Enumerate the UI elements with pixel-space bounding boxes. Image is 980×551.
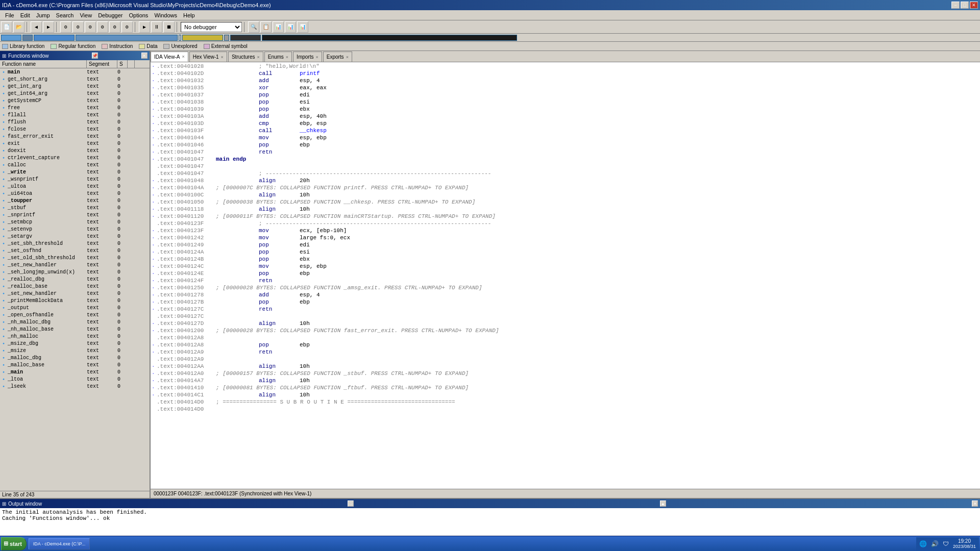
- tb-btn10[interactable]: 🔍: [248, 21, 259, 33]
- ida-line[interactable]: ·.text:00401046popebp: [151, 142, 980, 149]
- menu-item-jump[interactable]: Jump: [33, 11, 53, 19]
- ida-line[interactable]: ·.text:0040124Bpopebx: [151, 256, 980, 263]
- function-row[interactable]: 🔹_printMemBlockDatatext0: [0, 297, 150, 304]
- tab-hexview1[interactable]: Hex View-1×: [189, 52, 227, 62]
- function-row[interactable]: 🔹_snprintftext0: [0, 211, 150, 218]
- function-row[interactable]: 🔹maintext0: [0, 68, 150, 76]
- ida-line[interactable]: ·.text:00401032addesp, 4: [151, 78, 980, 85]
- function-row[interactable]: 🔹_touppertext0: [0, 197, 150, 204]
- menu-item-windows[interactable]: Windows: [151, 11, 180, 19]
- ida-line[interactable]: ·.text:0040127Bpopebp: [151, 299, 980, 306]
- ida-line[interactable]: .text:004012A9: [151, 356, 980, 363]
- tb-btn12[interactable]: 📊: [273, 21, 284, 33]
- seg4[interactable]: [76, 35, 178, 41]
- ida-line[interactable]: ·.text:0040123Fmovecx, [ebp-10h]: [151, 228, 980, 235]
- forward-button[interactable]: ▶: [43, 21, 54, 33]
- function-row[interactable]: 🔹_ltoatext0: [0, 375, 150, 383]
- tab-enums[interactable]: Enums×: [264, 52, 292, 62]
- tb-btn14[interactable]: 📊: [297, 21, 308, 33]
- ida-line[interactable]: ·.text:00401039popebx: [151, 106, 980, 113]
- tb-btn4[interactable]: ⚙: [97, 21, 108, 33]
- new-button[interactable]: 📄: [1, 21, 12, 33]
- tb-btn1[interactable]: ⚙: [60, 21, 71, 33]
- ida-line[interactable]: .text:0040127C: [151, 313, 980, 320]
- function-row[interactable]: 🔹_ultoatext0: [0, 183, 150, 190]
- ida-line[interactable]: ·.text:0040104A; [0000007C BYTES: COLLAP…: [151, 185, 980, 192]
- function-row[interactable]: 🔹_nh_malloc_dbgtext0: [0, 318, 150, 325]
- back-button[interactable]: ◀: [31, 21, 42, 33]
- minimize-button[interactable]: −: [951, 2, 960, 9]
- ida-line[interactable]: .text:00401047: [151, 163, 980, 170]
- function-row[interactable]: 🔹_setmbcptext0: [0, 218, 150, 226]
- function-row[interactable]: 🔹get_int_argtext0: [0, 83, 150, 90]
- open-button[interactable]: 📂: [13, 21, 24, 33]
- seg7[interactable]: [224, 35, 229, 41]
- ida-line[interactable]: ·.text:00401278addesp, 4: [151, 292, 980, 299]
- ida-line[interactable]: ·.text:004012AAalign10h: [151, 363, 980, 370]
- function-row[interactable]: 🔹fclosetext0: [0, 126, 150, 133]
- function-row[interactable]: 🔹get_int64_argtext0: [0, 90, 150, 97]
- ida-line[interactable]: ·.text:00401120; [0000011F BYTES: COLLAP…: [151, 213, 980, 220]
- output-max-btn[interactable]: ▲: [660, 500, 666, 507]
- function-row[interactable]: 🔹_set_osfhndtext0: [0, 247, 150, 254]
- tab-close-icon[interactable]: ×: [221, 55, 224, 60]
- ida-line[interactable]: ·.text:004012A0; [00000157 BYTES: COLLAP…: [151, 370, 980, 378]
- function-row[interactable]: 🔹_seh_longjmp_unwind(x)text0: [0, 268, 150, 276]
- tab-imports[interactable]: Imports×: [293, 52, 322, 62]
- ida-line[interactable]: ·.text:0040127Dalign10h: [151, 320, 980, 328]
- seg5[interactable]: [179, 35, 181, 41]
- tb-btn13[interactable]: 📊: [285, 21, 296, 33]
- ida-line[interactable]: ·.text:00401037popedi: [151, 92, 980, 99]
- ida-line[interactable]: ·.text:0040100Calign10h: [151, 192, 980, 199]
- tb-btn6[interactable]: ⚙: [121, 21, 133, 33]
- tb-btn9[interactable]: ⏹: [163, 21, 175, 33]
- taskbar-ida-item[interactable]: IDA - cDemo4.exe (C:\P...: [29, 538, 90, 549]
- menu-item-help[interactable]: Help: [180, 11, 198, 19]
- ida-line[interactable]: .text:0040123F; ------------------------…: [151, 220, 980, 228]
- tab-close-icon[interactable]: ×: [315, 55, 318, 60]
- seg1[interactable]: [1, 35, 21, 41]
- tb-btn7[interactable]: ▶: [139, 21, 150, 33]
- menu-item-edit[interactable]: Edit: [17, 11, 33, 19]
- ida-line[interactable]: ·.text:0040124Fretn: [151, 278, 980, 285]
- ida-line[interactable]: .text:004014D0; ================ S U B R…: [151, 399, 980, 406]
- function-row[interactable]: 🔹ctrlevent_capturetext0: [0, 154, 150, 161]
- ida-line[interactable]: ·.text:00401047main endp: [151, 156, 980, 163]
- function-row[interactable]: 🔹_set_sbh_thresholdtext0: [0, 240, 150, 247]
- ida-line[interactable]: ·.text:0040102Dcallprintf: [151, 70, 980, 78]
- function-row[interactable]: 🔹_open_osfhandletext0: [0, 311, 150, 318]
- ida-line[interactable]: ·.text:004012A8popebp: [151, 342, 980, 349]
- functions-close-btn[interactable]: ✕: [141, 53, 148, 59]
- tab-structures[interactable]: Structures×: [228, 52, 263, 62]
- functions-pin-button[interactable]: 📌: [92, 53, 98, 59]
- tb-btn11[interactable]: 📋: [260, 21, 272, 33]
- function-row[interactable]: 🔹_stbuftext0: [0, 204, 150, 211]
- ida-line[interactable]: ·.text:0040103Aaddesp, 40h: [151, 113, 980, 120]
- function-row[interactable]: 🔹calloctext0: [0, 161, 150, 168]
- seg2[interactable]: [22, 35, 33, 41]
- ida-line[interactable]: ·.text:0040127Cretn: [151, 306, 980, 313]
- ida-line[interactable]: ·.text:00401028; "hello,World!\n": [151, 63, 980, 70]
- function-row[interactable]: 🔹freetext0: [0, 104, 150, 111]
- ida-line[interactable]: ·.text:004014C1align10h: [151, 392, 980, 399]
- function-row[interactable]: 🔹_nh_malloc_basetext0: [0, 325, 150, 333]
- function-row[interactable]: 🔹_outputtext0: [0, 304, 150, 311]
- seg9[interactable]: [262, 35, 517, 41]
- function-row[interactable]: 🔹get_short_argtext0: [0, 76, 150, 83]
- ida-line[interactable]: ·.text:0040124Cmovesp, ebp: [151, 263, 980, 270]
- ida-line[interactable]: ·.text:004012A9retn: [151, 349, 980, 356]
- menu-item-options[interactable]: Options: [126, 11, 151, 19]
- ida-line[interactable]: ·.text:00401044movesp, ebp: [151, 135, 980, 142]
- ida-line[interactable]: ·.text:00401410; [00000081 BYTES: COLLAP…: [151, 385, 980, 392]
- ida-line[interactable]: ·.text:0040124Apopesi: [151, 249, 980, 256]
- function-row[interactable]: 🔹_nh_malloctext0: [0, 333, 150, 340]
- seg3[interactable]: [34, 35, 75, 41]
- ida-line[interactable]: ·.text:00401035xoreax, eax: [151, 85, 980, 92]
- output-close-btn[interactable]: ✕: [972, 500, 978, 507]
- close-button[interactable]: ✕: [970, 2, 978, 9]
- debugger-combo[interactable]: No debugger: [181, 22, 242, 32]
- maximize-button[interactable]: □: [961, 2, 969, 9]
- function-row[interactable]: 🔹_setenvptext0: [0, 226, 150, 233]
- ida-line[interactable]: ·.text:00401200; [00000028 BYTES: COLLAP…: [151, 328, 980, 335]
- function-row[interactable]: 🔹_ui64toatext0: [0, 190, 150, 197]
